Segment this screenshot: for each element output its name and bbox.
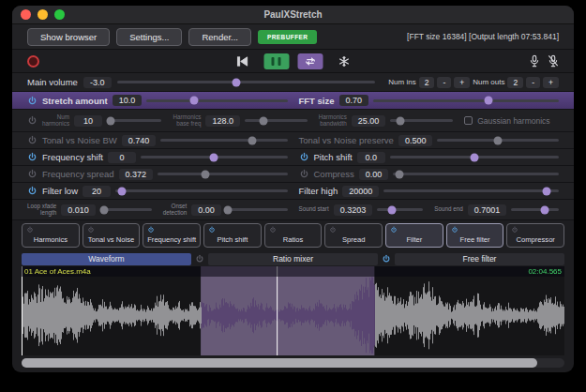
scrollbar-track[interactable] xyxy=(22,358,564,368)
tonal-bw-slider[interactable] xyxy=(160,139,287,142)
view-tab-free-filter[interactable]: Free filter xyxy=(395,253,564,265)
power-icon xyxy=(27,115,38,126)
stretch-amount-slider[interactable] xyxy=(146,99,287,102)
harmonics-base-freq-slider[interactable] xyxy=(245,119,308,122)
close-window-button[interactable] xyxy=(21,9,31,20)
power-icon[interactable] xyxy=(87,226,95,234)
sound-start-value[interactable]: 0.3203 xyxy=(334,204,373,216)
ratio-mixer-power-toggle[interactable] xyxy=(195,254,204,264)
tonal-power-toggle[interactable] xyxy=(27,135,38,145)
view-tab-ratio-mixer[interactable]: Ratio mixer xyxy=(208,253,378,265)
loop-button[interactable] xyxy=(297,53,323,69)
fft-size-value[interactable]: 0.70 xyxy=(339,95,369,106)
minimize-window-button[interactable] xyxy=(38,9,48,20)
loop-xfade-slider[interactable] xyxy=(100,208,152,211)
harmonics-bandwidth-value[interactable]: 25.00 xyxy=(352,115,386,127)
power-icon[interactable] xyxy=(451,226,458,234)
pitch-shift-label: Pitch shift xyxy=(314,152,353,162)
num-ins-decrement-button[interactable]: - xyxy=(437,77,451,88)
sound-end-slider[interactable] xyxy=(511,208,559,211)
onset-detection-slider[interactable] xyxy=(226,208,288,211)
param-filter-low: Filter low 20 xyxy=(22,186,293,197)
fft-output-status: [FFT size 16384] [Output length 07:53.84… xyxy=(407,32,559,41)
frequency-spread-power-toggle[interactable] xyxy=(27,169,38,179)
free-filter-power-toggle[interactable] xyxy=(382,254,391,264)
param-harmonics-bandwidth: Harmonics bandwidth 25.00 xyxy=(313,114,458,128)
mic-muted-icon[interactable] xyxy=(548,54,559,68)
num-ins-increment-button[interactable]: + xyxy=(454,77,470,88)
pitch-shift-power-toggle[interactable] xyxy=(299,152,309,162)
pause-button[interactable] xyxy=(263,53,289,69)
module-tab-compressor[interactable]: Compressor xyxy=(506,223,564,248)
module-tab-tonal-vs-noise[interactable]: Tonal vs Noise xyxy=(83,223,141,248)
harmonics-base-freq-value[interactable]: 128.0 xyxy=(205,115,240,127)
module-tab-filter[interactable]: Filter xyxy=(385,223,443,248)
filter-high-slider[interactable] xyxy=(383,189,559,192)
sound-end-value[interactable]: 0.7001 xyxy=(468,204,507,216)
frequency-shift-value[interactable]: 0 xyxy=(108,152,136,163)
power-icon[interactable] xyxy=(26,226,34,234)
gaussian-harmonics-checkbox[interactable] xyxy=(464,116,473,125)
compress-power-toggle[interactable] xyxy=(299,169,309,179)
power-icon[interactable] xyxy=(390,226,398,234)
num-harmonics-slider[interactable] xyxy=(107,119,161,122)
module-tab-harmonics[interactable]: Harmonics xyxy=(22,223,80,248)
sound-start-slider[interactable] xyxy=(377,208,423,211)
frequency-spread-slider[interactable] xyxy=(158,173,287,175)
module-tab-pitch-shift[interactable]: Pitch shift xyxy=(203,223,262,248)
fft-size-slider[interactable] xyxy=(373,99,559,102)
view-tab-waveform[interactable]: Waveform xyxy=(22,253,191,265)
power-icon[interactable] xyxy=(208,226,216,234)
render-button[interactable]: Render... xyxy=(188,28,251,46)
scrollbar-thumb[interactable] xyxy=(22,358,537,368)
zoom-window-button[interactable] xyxy=(54,9,65,20)
module-tab-ratios[interactable]: Ratios xyxy=(264,223,323,248)
frequency-shift-power-toggle[interactable] xyxy=(27,152,38,162)
power-icon[interactable] xyxy=(329,226,337,234)
compress-value[interactable]: 0.00 xyxy=(359,169,389,180)
settings-button[interactable]: Settings... xyxy=(116,28,182,46)
harmonics-power-toggle[interactable] xyxy=(27,115,38,126)
mic-icon[interactable] xyxy=(529,54,540,68)
show-browser-button[interactable]: Show browser xyxy=(27,28,110,46)
tonal-preserve-value[interactable]: 0.500 xyxy=(398,135,433,146)
filter-low-value[interactable]: 20 xyxy=(83,186,111,197)
main-volume-slider[interactable] xyxy=(117,81,375,83)
record-button[interactable] xyxy=(27,55,39,68)
main-volume-value[interactable]: -3.0 xyxy=(83,77,112,88)
param-sound-start: Sound start 0.3203 xyxy=(293,204,429,216)
power-icon[interactable] xyxy=(511,226,518,234)
num-outs-decrement-button[interactable]: - xyxy=(526,77,540,88)
tonal-preserve-slider[interactable] xyxy=(437,139,559,142)
power-icon[interactable] xyxy=(147,226,155,234)
module-tab-spread[interactable]: Spread xyxy=(324,223,383,248)
num-harmonics-value[interactable]: 10 xyxy=(74,115,102,127)
param-tonal-preserve: Tonal vs Noise preserve 0.500 xyxy=(293,135,565,146)
waveform-canvas[interactable] xyxy=(22,266,564,355)
harmonics-bandwidth-slider[interactable] xyxy=(390,119,453,122)
stretch-amount-label: Stretch amount xyxy=(42,96,108,106)
loop-xfade-value[interactable]: 0.010 xyxy=(61,204,96,216)
onset-detection-value[interactable]: 0.00 xyxy=(191,204,221,216)
tonal-bw-value[interactable]: 0.740 xyxy=(122,135,157,146)
waveform-view[interactable]: 01 Ace of Aces.m4a 02:04.565 xyxy=(22,266,564,355)
num-outs-increment-button[interactable]: + xyxy=(543,77,559,88)
power-icon[interactable] xyxy=(269,226,277,234)
module-tab-free-filter[interactable]: Free filter xyxy=(446,223,504,248)
stretch-amount-value[interactable]: 10.0 xyxy=(113,95,143,106)
sound-start-label: Sound start xyxy=(299,206,329,213)
module-tab-frequency-shift[interactable]: Frequency shift xyxy=(143,223,201,248)
stretch-power-toggle[interactable] xyxy=(27,96,38,106)
freeze-button[interactable] xyxy=(331,53,356,69)
frequency-spread-value[interactable]: 0.372 xyxy=(119,169,154,180)
slider-thumb[interactable] xyxy=(232,78,240,86)
frequency-shift-slider[interactable] xyxy=(141,156,288,158)
filter-high-value[interactable]: 20000 xyxy=(342,186,379,197)
compress-slider[interactable] xyxy=(393,173,559,175)
pitch-shift-slider[interactable] xyxy=(390,156,559,158)
pitch-shift-value[interactable]: 0.0 xyxy=(357,152,385,163)
filter-power-toggle[interactable] xyxy=(27,186,38,196)
power-icon xyxy=(382,254,391,264)
skip-to-start-button[interactable] xyxy=(230,53,255,69)
filter-low-slider[interactable] xyxy=(115,189,287,192)
